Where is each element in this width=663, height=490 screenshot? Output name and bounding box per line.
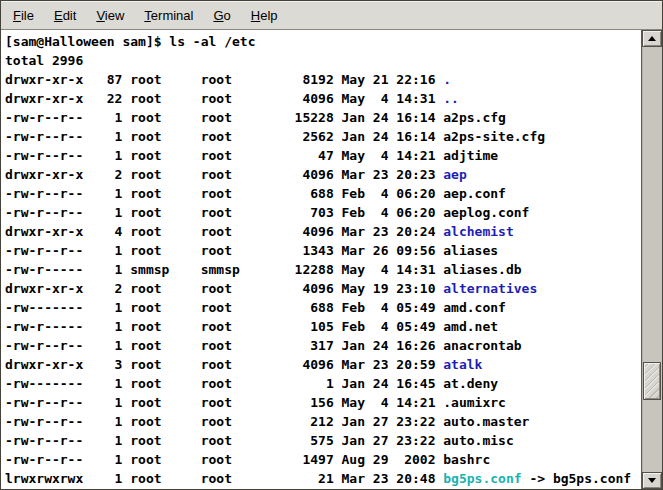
terminal-line: drwxr-xr-x 3 root root 4096 Mar 23 20:59… bbox=[5, 355, 641, 374]
scrollbar-track[interactable] bbox=[642, 47, 662, 472]
terminal-text: -rw-r--r-- 1 root root 15228 Jan 24 16:1… bbox=[5, 110, 506, 125]
scrollbar-up-button[interactable] bbox=[642, 30, 662, 47]
scrollbar-down-button[interactable] bbox=[642, 472, 662, 489]
menu-view[interactable]: View bbox=[86, 1, 134, 29]
terminal-line: -rw-r--r-- 1 root root 47 May 4 14:21 ad… bbox=[5, 146, 641, 165]
terminal-line: -rw------- 1 root root 1 Jan 24 16:45 at… bbox=[5, 374, 641, 393]
terminal-window: File Edit View Terminal Go Help [sam@Hal… bbox=[0, 0, 663, 490]
terminal-text: drwxr-xr-x 3 root root 4096 Mar 23 20:59 bbox=[5, 357, 443, 372]
symlink-name: bg5ps.conf bbox=[443, 471, 521, 486]
terminal-text: -rw-r--r-- 1 root root 1343 Mar 26 09:56… bbox=[5, 243, 498, 258]
directory-name: .. bbox=[443, 91, 459, 106]
terminal-text: drwxr-xr-x 2 root root 4096 May 19 23:10 bbox=[5, 281, 443, 296]
menu-terminal[interactable]: Terminal bbox=[134, 1, 203, 29]
scrollbar-thumb[interactable] bbox=[643, 362, 661, 400]
menu-edit[interactable]: Edit bbox=[44, 1, 86, 29]
terminal-line: -rw-r--r-- 1 root root 212 Jan 27 23:22 … bbox=[5, 412, 641, 431]
terminal-line: -rw-r--r-- 1 root root 575 Jan 27 23:22 … bbox=[5, 431, 641, 450]
menu-file-label: File bbox=[13, 8, 34, 23]
terminal-text: -rw-r--r-- 1 root root 212 Jan 27 23:22 … bbox=[5, 414, 529, 429]
terminal-text: [sam@Halloween sam]$ ls -al /etc bbox=[5, 34, 255, 49]
terminal-line: -rw-r--r-- 1 root root 1497 Aug 29 2002 … bbox=[5, 450, 641, 469]
terminal-text: -rw-r--r-- 1 root root 47 May 4 14:21 ad… bbox=[5, 148, 498, 163]
menu-terminal-label: Terminal bbox=[144, 8, 193, 23]
terminal-line: -rw-r--r-- 1 root root 15228 Jan 24 16:1… bbox=[5, 108, 641, 127]
directory-name: alternatives bbox=[443, 281, 537, 296]
terminal-text: -rw-r----- 1 root root 105 Feb 4 05:49 a… bbox=[5, 319, 498, 334]
terminal-text: drwxr-xr-x 2 root root 4096 Mar 23 20:23 bbox=[5, 167, 443, 182]
terminal-line: -rw-r----- 1 smmsp smmsp 12288 May 4 14:… bbox=[5, 260, 641, 279]
terminal-line: [sam@Halloween sam]$ ls -al /etc bbox=[5, 32, 641, 51]
terminal-text: drwxr-xr-x 87 root root 8192 May 21 22:1… bbox=[5, 72, 443, 87]
directory-name: aep bbox=[443, 167, 466, 182]
terminal-screen[interactable]: [sam@Halloween sam]$ ls -al /etctotal 29… bbox=[1, 30, 641, 489]
terminal-text: -> bg5ps.conf bbox=[522, 471, 632, 486]
terminal-text: -rw-r--r-- 1 root root 2562 Jan 24 16:14… bbox=[5, 129, 545, 144]
terminal-line: drwxr-xr-x 4 root root 4096 Mar 23 20:24… bbox=[5, 222, 641, 241]
terminal-line: lrwxrwxrwx 1 root root 21 Mar 23 20:48 b… bbox=[5, 469, 641, 488]
terminal-text: drwxr-xr-x 22 root root 4096 May 4 14:31 bbox=[5, 91, 443, 106]
terminal-text: -rw-r--r-- 1 root root 156 May 4 14:21 .… bbox=[5, 395, 506, 410]
menu-help-label: Help bbox=[251, 8, 278, 23]
terminal-text: -rw-r--r-- 1 root root 1497 Aug 29 2002 … bbox=[5, 452, 490, 467]
terminal-text: lrwxrwxrwx 1 root root 21 Mar 23 20:48 bbox=[5, 471, 443, 486]
terminal-line: -rw------- 1 root root 688 Feb 4 05:49 a… bbox=[5, 298, 641, 317]
terminal-line: -rw-r--r-- 1 root root 2562 Jan 24 16:14… bbox=[5, 127, 641, 146]
directory-name: alchemist bbox=[443, 224, 513, 239]
directory-name: atalk bbox=[443, 357, 482, 372]
terminal-line: drwxr-xr-x 87 root root 8192 May 21 22:1… bbox=[5, 70, 641, 89]
terminal-text: -rw-r--r-- 1 root root 317 Jan 24 16:26 … bbox=[5, 338, 522, 353]
terminal-text: -rw-r--r-- 1 root root 575 Jan 27 23:22 … bbox=[5, 433, 514, 448]
menu-view-label: View bbox=[96, 8, 124, 23]
terminal-line: -rw-r----- 1 root root 105 Feb 4 05:49 a… bbox=[5, 317, 641, 336]
directory-name: . bbox=[443, 72, 451, 87]
terminal-line: -rw-r--r-- 1 root root 1343 Mar 26 09:56… bbox=[5, 241, 641, 260]
terminal-body: [sam@Halloween sam]$ ls -al /etctotal 29… bbox=[1, 30, 662, 489]
terminal-text: -rw------- 1 root root 688 Feb 4 05:49 a… bbox=[5, 300, 506, 315]
terminal-text: drwxr-xr-x 4 root root 4096 Mar 23 20:24 bbox=[5, 224, 443, 239]
menu-file[interactable]: File bbox=[3, 1, 44, 29]
terminal-line: -rw-r--r-- 1 root root 317 Jan 24 16:26 … bbox=[5, 336, 641, 355]
terminal-line: drwxr-xr-x 2 root root 4096 Mar 23 20:23… bbox=[5, 165, 641, 184]
terminal-line: drwxr-xr-x 22 root root 4096 May 4 14:31… bbox=[5, 89, 641, 108]
terminal-text: -rw-r----- 1 smmsp smmsp 12288 May 4 14:… bbox=[5, 262, 522, 277]
scroll-up-icon bbox=[648, 36, 656, 41]
scroll-down-icon bbox=[648, 478, 656, 483]
menu-go[interactable]: Go bbox=[203, 1, 240, 29]
terminal-text: total 2996 bbox=[5, 53, 83, 68]
terminal-text: -rw------- 1 root root 1 Jan 24 16:45 at… bbox=[5, 376, 498, 391]
menu-bar: File Edit View Terminal Go Help bbox=[1, 1, 662, 30]
terminal-line: -rw-r--r-- 1 root root 703 Feb 4 06:20 a… bbox=[5, 203, 641, 222]
terminal-line: drwxr-xr-x 2 root root 4096 May 19 23:10… bbox=[5, 279, 641, 298]
scrollbar bbox=[641, 30, 662, 489]
menu-edit-label: Edit bbox=[54, 8, 76, 23]
menu-go-label: Go bbox=[213, 8, 230, 23]
terminal-line: total 2996 bbox=[5, 51, 641, 70]
terminal-line: -rw-r--r-- 1 root root 156 May 4 14:21 .… bbox=[5, 393, 641, 412]
terminal-text: -rw-r--r-- 1 root root 688 Feb 4 06:20 a… bbox=[5, 186, 506, 201]
menu-help[interactable]: Help bbox=[241, 1, 288, 29]
terminal-line: -rw-r--r-- 1 root root 688 Feb 4 06:20 a… bbox=[5, 184, 641, 203]
terminal-text: -rw-r--r-- 1 root root 703 Feb 4 06:20 a… bbox=[5, 205, 529, 220]
